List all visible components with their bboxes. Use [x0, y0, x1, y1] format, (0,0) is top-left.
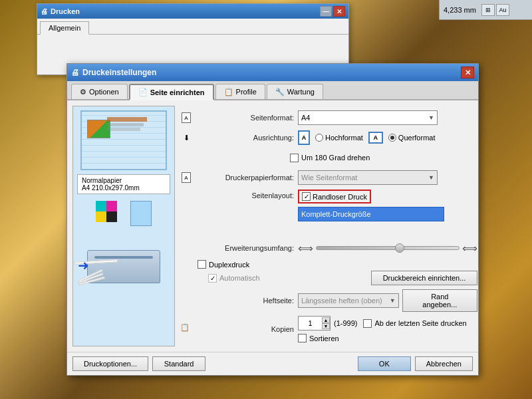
rand-angeben-btn[interactable]: Rand angeben...	[402, 289, 477, 312]
druckerpapierformat-dropdown: Wie Seitenformat ▼	[298, 170, 438, 185]
automatisch-checkbox: ✓ Automatisch	[208, 274, 260, 283]
color-palette	[96, 201, 117, 222]
druckerpapierformat-label: Druckerpapierformat:	[198, 174, 294, 182]
komplett-dropdown-container: Komplett-Druckgröße	[298, 205, 444, 221]
palette-yellow	[96, 211, 106, 222]
automatisch-row: ✓ Automatisch Druckbereich einrichten...	[208, 271, 477, 285]
kopien-icon: 📋	[180, 323, 192, 335]
palette-cyan	[96, 201, 106, 211]
small-paper	[130, 201, 152, 226]
randloser-container: ✓ Randloser Druck	[298, 190, 371, 203]
ausrichtung-control: A Hochformat A Querformat	[298, 130, 477, 145]
profile-tab-icon: 📋	[224, 88, 233, 96]
ab-letzten-checkbox[interactable]: Ab der letzten Seite drucken	[363, 319, 466, 328]
druckerpapierformat-arrow-icon: ▼	[428, 174, 434, 181]
view-icon-2[interactable]: Au	[496, 4, 509, 16]
seitenformat-dropdown[interactable]: A4 ▼	[298, 110, 438, 125]
heftseite-label: Heftseite:	[198, 297, 294, 305]
hochformat-radio[interactable]: Hochformat	[315, 134, 363, 142]
ausrichtung-label: Ausrichtung:	[198, 134, 294, 142]
expand-right-icon: ⟺	[462, 242, 477, 255]
drucken-title-bar: 🖨 Drucken — ✕	[37, 4, 348, 19]
um180-checkbox-box[interactable]	[290, 154, 299, 162]
kopien-input[interactable]	[299, 317, 322, 330]
duplexdruck-checkbox-box[interactable]	[198, 260, 206, 269]
duplexdruck-section: Duplexdruck ✓ Automatisch Druckbereich e…	[198, 260, 477, 285]
optionen-tab-icon: ⚙	[80, 88, 86, 96]
kopien-range: (1-999)	[334, 319, 357, 327]
abbrechen-btn[interactable]: Abbrechen	[415, 356, 473, 371]
heftseite-dropdown[interactable]: Längsseite heften (oben) ▼	[298, 293, 399, 308]
druckoptionen-btn[interactable]: Druckoptionen...	[72, 356, 148, 371]
ausrichtung-radio-group: A Hochformat A Querformat	[298, 130, 436, 145]
drucken-tabs: Allgemein	[37, 19, 348, 35]
view-icon-1[interactable]: ⊞	[481, 4, 495, 16]
seite-tab-icon: 📄	[138, 88, 148, 96]
seitenlayout-row: Seitenlayout: ✓ Randloser Druck Komplett…	[180, 190, 477, 236]
palette-row	[77, 201, 170, 226]
druckbereich-btn[interactable]: Druckbereich einrichten...	[371, 271, 477, 285]
erweiterungsumfang-row: Erweiterungsumfang: ⟺ ⟺	[180, 240, 477, 256]
kopien-decrement-btn[interactable]: ▼	[322, 323, 330, 329]
ausrichtung-icon: ⬇	[180, 132, 192, 144]
palette-magenta	[106, 201, 117, 211]
duplexdruck-spacer	[180, 267, 192, 279]
sortieren-checkbox-box[interactable]	[298, 334, 307, 342]
erweiterung-slider-thumb[interactable]	[395, 243, 404, 253]
standard-btn[interactable]: Standard	[152, 356, 205, 371]
tab-optionen[interactable]: ⚙ Optionen	[71, 84, 128, 99]
wartung-tab-icon: 🔧	[275, 88, 285, 96]
tab-seite-einrichten[interactable]: 📄 Seite einrichten	[129, 84, 214, 100]
kopien-increment-btn[interactable]: ▲	[322, 317, 330, 323]
erweiterungsumfang-control: ⟺ ⟺	[298, 242, 477, 255]
heftseite-row: Heftseite: Längsseite heften (oben) ▼ Ra…	[180, 289, 477, 312]
druck-title-bar: 🖨 Druckeinstellungen ✕	[67, 64, 478, 81]
ab-letzten-checkbox-box[interactable]	[363, 319, 372, 328]
druck-main-content: Normalpapier A4 210.0x297.0mm	[67, 100, 478, 352]
duplexdruck-checkbox[interactable]: Duplexdruck	[198, 260, 477, 269]
druck-tabs: ⚙ Optionen 📄 Seite einrichten 📋 Profile …	[67, 81, 478, 100]
seitenlayout-control: ✓ Randloser Druck Komplett-Druckgröße	[298, 190, 477, 221]
querformat-radio-circle[interactable]	[388, 134, 396, 142]
tab-profile[interactable]: 📋 Profile	[215, 84, 265, 99]
erweiterungsumfang-label: Erweiterungsumfang:	[198, 244, 294, 252]
heftseite-control: Längsseite heften (oben) ▼ Rand angeben.…	[298, 289, 477, 312]
palette-black	[106, 211, 117, 222]
randloser-checkbox[interactable]: ✓	[302, 192, 311, 201]
seitenlayout-spacer	[180, 190, 192, 201]
sortieren-checkbox[interactable]: Sortieren	[298, 334, 339, 342]
kopien-label: Kopien	[198, 325, 294, 333]
printer-icon: 🖨	[41, 7, 48, 15]
paper-preview	[80, 110, 167, 170]
heftseite-spacer	[180, 295, 192, 307]
drucken-close-btn[interactable]: ✕	[333, 6, 345, 17]
seitenformat-icon: A	[180, 112, 192, 124]
druck-close-btn[interactable]: ✕	[461, 66, 474, 78]
spacer	[209, 356, 354, 371]
tab-allgemein[interactable]: Allgemein	[40, 21, 89, 35]
druck-title-icon: 🖨	[71, 68, 79, 77]
komplett-dropdown[interactable]: Komplett-Druckgröße	[298, 207, 444, 221]
paper-stripe-2	[107, 123, 144, 126]
measurement-bar: 4,233 mm ⊞ Au	[439, 0, 532, 20]
kopien-control: ▲ ▼ (1-999) Ab der letzten Seite drucken…	[298, 316, 477, 342]
erweiterung-slider-track	[316, 246, 460, 250]
preview-panel: Normalpapier A4 210.0x297.0mm	[72, 106, 175, 346]
querformat-icon: A	[368, 132, 383, 144]
drucken-minimize-btn[interactable]: —	[320, 6, 332, 17]
tab-wartung[interactable]: 🔧 Wartung	[267, 84, 323, 99]
hochformat-icon: A	[298, 130, 310, 145]
querformat-radio[interactable]: Querformat	[388, 134, 436, 142]
seitenformat-control: A4 ▼	[298, 110, 477, 125]
druck-title: Druckeinstellungen	[82, 68, 156, 77]
printer-arrow-icon: ➜	[78, 257, 89, 273]
ok-btn[interactable]: OK	[358, 356, 411, 371]
um180-row: Um 180 Grad drehen	[290, 150, 477, 166]
automatisch-checkbox-box: ✓	[208, 274, 217, 283]
hochformat-radio-circle[interactable]	[315, 134, 323, 142]
druckerpapierformat-control: Wie Seitenformat ▼	[298, 170, 477, 185]
druckerpapierformat-icon: A	[180, 172, 192, 184]
seitenlayout-label: Seitenlayout:	[198, 190, 294, 200]
kopien-spin-buttons: ▲ ▼	[322, 317, 330, 329]
um180-checkbox[interactable]: Um 180 Grad drehen	[290, 154, 370, 162]
